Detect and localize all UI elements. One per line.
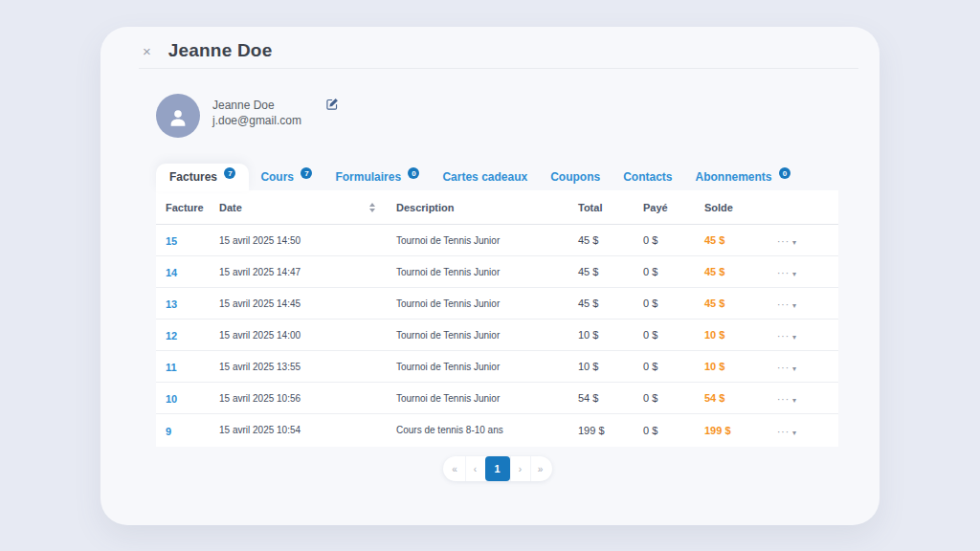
column-header-date: Date <box>219 202 396 213</box>
profile-identity: Jeanne Doe j.doe@gmail.com <box>212 94 301 138</box>
invoice-paid: 0 $ <box>643 266 704 277</box>
close-icon[interactable]: × <box>139 42 155 60</box>
pagination-group: « ‹ 1 › » <box>443 456 552 481</box>
invoice-paid: 0 $ <box>643 425 704 436</box>
invoice-balance: 45 $ <box>704 298 777 309</box>
invoice-number-link[interactable]: 14 <box>166 267 177 278</box>
caret-down-icon: ▾ <box>792 396 797 405</box>
header-divider <box>139 68 858 69</box>
invoice-paid: 0 $ <box>643 329 704 341</box>
invoice-description: Tournoi de Tennis Junior <box>396 235 578 246</box>
invoice-paid: 0 $ <box>643 234 704 246</box>
invoice-total: 45 $ <box>578 298 643 309</box>
tab-label: Cours <box>260 170 294 184</box>
column-header-paye: Payé <box>643 202 704 213</box>
profile-block: Jeanne Doe j.doe@gmail.com <box>156 94 301 138</box>
table-row: 15 15 avril 2025 14:50 Tournoi de Tennis… <box>156 225 838 256</box>
pagination-prev-button[interactable]: ‹ <box>465 456 485 481</box>
caret-down-icon: ▾ <box>792 238 797 247</box>
table-header-row: Facture Date Description Total Payé Sold… <box>156 190 838 225</box>
row-actions-menu-button[interactable]: ···▾ <box>777 331 797 342</box>
pagination-last-button[interactable]: » <box>530 456 550 481</box>
invoice-paid: 0 $ <box>643 392 704 404</box>
invoices-table: Facture Date Description Total Payé Sold… <box>156 190 838 447</box>
pagination-page-1-button[interactable]: 1 <box>485 456 510 481</box>
invoice-paid: 0 $ <box>643 361 704 372</box>
row-actions-menu-button[interactable]: ···▾ <box>777 394 797 405</box>
tab-coupons[interactable]: Coupons <box>539 164 612 191</box>
tab-abonnements[interactable]: Abonnements 0 <box>684 164 802 192</box>
caret-down-icon: ▾ <box>792 301 797 310</box>
tab-bar: Factures 7 Cours 7 Formulaires 0 Cartes … <box>156 165 802 191</box>
tab-label: Formulaires <box>335 170 401 184</box>
caret-down-icon: ▾ <box>792 270 797 278</box>
invoice-description: Tournoi de Tennis Junior <box>396 393 578 404</box>
tab-label: Abonnements <box>696 170 772 184</box>
tab-badge: 7 <box>301 167 312 179</box>
table-row: 11 15 avril 2025 13:55 Tournoi de Tennis… <box>156 351 838 383</box>
tab-badge: 7 <box>224 167 235 179</box>
invoice-date: 15 avril 2025 14:45 <box>219 298 396 309</box>
ellipsis-icon: ··· <box>777 331 790 342</box>
invoice-date: 15 avril 2025 10:56 <box>219 393 396 404</box>
tab-badge: 0 <box>408 167 419 179</box>
invoice-total: 10 $ <box>578 361 643 372</box>
tab-cartes-cadeaux[interactable]: Cartes cadeaux <box>431 164 539 191</box>
invoice-date: 15 avril 2025 14:50 <box>219 235 396 246</box>
tab-cours[interactable]: Cours 7 <box>249 164 323 192</box>
tab-contacts[interactable]: Contacts <box>612 164 683 191</box>
invoice-balance: 54 $ <box>704 392 777 404</box>
profile-name: Jeanne Doe <box>212 98 301 113</box>
invoice-balance: 10 $ <box>704 361 777 372</box>
invoice-total: 45 $ <box>578 266 643 277</box>
profile-email: j.doe@gmail.com <box>212 113 301 128</box>
invoice-total: 45 $ <box>578 234 643 246</box>
column-header-total: Total <box>578 202 643 213</box>
edit-profile-icon[interactable] <box>325 98 341 113</box>
row-actions-menu-button[interactable]: ···▾ <box>777 236 797 247</box>
row-actions-menu-button[interactable]: ···▾ <box>777 268 797 278</box>
row-actions-menu-button[interactable]: ···▾ <box>777 299 797 310</box>
row-actions-menu-button[interactable]: ···▾ <box>777 363 797 373</box>
invoice-number-link[interactable]: 10 <box>166 393 177 405</box>
customer-detail-panel: × Jeanne Doe Jeanne Doe j.doe@gmail.com … <box>100 27 880 525</box>
tab-label: Contacts <box>623 170 672 184</box>
invoice-number-link[interactable]: 15 <box>166 235 177 247</box>
invoice-total: 199 $ <box>578 425 643 436</box>
pagination: « ‹ 1 › » <box>156 456 838 481</box>
invoice-total: 10 $ <box>578 329 643 341</box>
invoice-description: Tournoi de Tennis Junior <box>396 267 578 277</box>
pagination-first-button[interactable]: « <box>445 456 465 481</box>
invoice-number-link[interactable]: 12 <box>166 330 177 342</box>
invoice-balance: 10 $ <box>704 329 777 341</box>
column-header-solde: Solde <box>704 202 777 213</box>
invoice-date: 15 avril 2025 14:47 <box>219 267 396 277</box>
invoice-total: 54 $ <box>578 392 643 404</box>
column-header-description: Description <box>396 202 578 213</box>
table-row: 9 15 avril 2025 10:54 Cours de tennis 8-… <box>156 414 838 446</box>
table-body: 15 15 avril 2025 14:50 Tournoi de Tennis… <box>156 225 838 446</box>
column-header-date-label: Date <box>219 202 242 213</box>
person-icon <box>166 105 190 130</box>
ellipsis-icon: ··· <box>777 427 790 437</box>
invoice-description: Tournoi de Tennis Junior <box>396 298 578 309</box>
invoice-number-link[interactable]: 11 <box>166 362 177 373</box>
ellipsis-icon: ··· <box>777 268 790 278</box>
sort-arrows-icon[interactable] <box>369 203 375 212</box>
tab-factures[interactable]: Factures 7 <box>156 164 249 192</box>
avatar <box>156 94 200 138</box>
tab-label: Cartes cadeaux <box>442 170 527 184</box>
ellipsis-icon: ··· <box>777 363 790 373</box>
invoice-number-link[interactable]: 9 <box>166 426 171 437</box>
row-actions-menu-button[interactable]: ···▾ <box>777 427 797 437</box>
tab-formulaires[interactable]: Formulaires 0 <box>323 164 431 192</box>
table-row: 10 15 avril 2025 10:56 Tournoi de Tennis… <box>156 383 838 414</box>
pagination-next-button[interactable]: › <box>510 456 530 481</box>
table-row: 14 15 avril 2025 14:47 Tournoi de Tennis… <box>156 256 838 288</box>
ellipsis-icon: ··· <box>777 236 790 247</box>
table-row: 13 15 avril 2025 14:45 Tournoi de Tennis… <box>156 288 838 320</box>
invoice-number-link[interactable]: 13 <box>166 298 177 310</box>
invoice-paid: 0 $ <box>643 298 704 309</box>
tab-label: Coupons <box>550 170 600 184</box>
invoice-description: Tournoi de Tennis Junior <box>396 330 578 341</box>
